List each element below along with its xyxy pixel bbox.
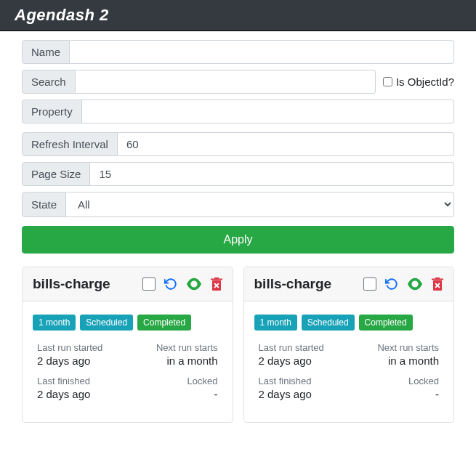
state-label: State xyxy=(22,192,66,217)
is-objectid-checkbox[interactable] xyxy=(383,77,392,86)
filter-container: Name Search Is ObjectId? Property Refres… xyxy=(0,31,476,437)
state-group: State All xyxy=(22,192,454,217)
next-run-label: Next run starts xyxy=(127,342,217,353)
job-badges: 1 month Scheduled Completed xyxy=(33,315,222,331)
is-objectid-wrap[interactable]: Is ObjectId? xyxy=(383,76,454,88)
job-card: bills-charge 1 month Sc xyxy=(243,267,455,423)
job-info-row: Last finished 2 days ago Locked - xyxy=(33,376,222,400)
last-run-started-value: 2 days ago xyxy=(259,354,349,367)
badge-interval: 1 month xyxy=(33,315,76,331)
page-size-input[interactable] xyxy=(90,162,454,186)
locked-value: - xyxy=(127,388,217,400)
job-title: bills-charge xyxy=(254,276,332,292)
next-run-label: Next run starts xyxy=(349,342,439,353)
search-input[interactable] xyxy=(76,70,376,94)
last-finished-label: Last finished xyxy=(259,376,349,386)
job-select-checkbox[interactable] xyxy=(142,277,156,291)
job-title: bills-charge xyxy=(33,276,110,292)
job-info-row: Last finished 2 days ago Locked - xyxy=(254,376,444,400)
job-card-body: 1 month Scheduled Completed Last run sta… xyxy=(244,301,454,422)
svg-point-0 xyxy=(192,283,195,286)
delete-icon[interactable] xyxy=(432,277,443,291)
badge-scheduled: Scheduled xyxy=(302,315,355,331)
job-card: bills-charge 1 month Sc xyxy=(22,267,233,423)
page-size-group: Page Size xyxy=(22,162,454,186)
search-group: Search xyxy=(22,70,376,94)
refresh-interval-group: Refresh Interval xyxy=(22,132,454,156)
name-input[interactable] xyxy=(70,40,454,64)
state-select[interactable]: All xyxy=(66,192,454,217)
job-info-row: Last run started 2 days ago Next run sta… xyxy=(33,342,222,367)
next-run-value: in a month xyxy=(349,354,439,367)
svg-rect-7 xyxy=(435,277,440,279)
last-finished-value: 2 days ago xyxy=(37,388,127,400)
last-run-started-value: 2 days ago xyxy=(37,354,127,367)
job-badges: 1 month Scheduled Completed xyxy=(254,315,444,331)
last-finished-value: 2 days ago xyxy=(259,388,349,400)
navbar-brand: Agendash 2 xyxy=(15,6,461,25)
last-run-started-label: Last run started xyxy=(259,342,349,353)
last-run-started-label: Last run started xyxy=(37,342,127,353)
badge-completed: Completed xyxy=(137,315,191,331)
name-label: Name xyxy=(22,40,70,64)
view-icon[interactable] xyxy=(407,277,423,291)
is-objectid-label: Is ObjectId? xyxy=(396,76,454,88)
job-cards: bills-charge 1 month Sc xyxy=(22,267,454,423)
apply-button[interactable]: Apply xyxy=(22,226,454,254)
next-run-value: in a month xyxy=(127,354,217,367)
last-finished-label: Last finished xyxy=(37,376,127,386)
locked-value: - xyxy=(349,388,439,400)
property-input[interactable] xyxy=(82,100,454,123)
search-row: Search Is ObjectId? xyxy=(22,70,454,94)
job-card-header: bills-charge xyxy=(23,267,233,301)
view-icon[interactable] xyxy=(186,277,202,291)
job-card-header: bills-charge xyxy=(244,267,454,301)
navbar: Agendash 2 xyxy=(0,0,476,31)
job-card-body: 1 month Scheduled Completed Last run sta… xyxy=(23,301,233,422)
job-actions xyxy=(363,277,443,291)
property-group: Property xyxy=(22,100,454,123)
locked-label: Locked xyxy=(349,376,439,386)
badge-scheduled: Scheduled xyxy=(80,315,133,331)
search-label: Search xyxy=(22,70,76,94)
job-actions xyxy=(142,277,222,291)
job-select-checkbox[interactable] xyxy=(363,277,376,291)
refresh-interval-label: Refresh Interval xyxy=(22,132,118,156)
badge-completed: Completed xyxy=(359,315,413,331)
badge-interval: 1 month xyxy=(254,315,297,331)
page-size-label: Page Size xyxy=(22,162,90,186)
locked-label: Locked xyxy=(127,376,217,386)
name-group: Name xyxy=(22,40,454,64)
svg-point-4 xyxy=(414,283,417,286)
property-label: Property xyxy=(22,100,82,123)
requeue-icon[interactable] xyxy=(385,277,398,291)
requeue-icon[interactable] xyxy=(164,277,177,291)
refresh-interval-input[interactable] xyxy=(118,132,454,156)
delete-icon[interactable] xyxy=(211,277,222,291)
svg-rect-3 xyxy=(214,277,219,279)
job-info-row: Last run started 2 days ago Next run sta… xyxy=(254,342,444,367)
